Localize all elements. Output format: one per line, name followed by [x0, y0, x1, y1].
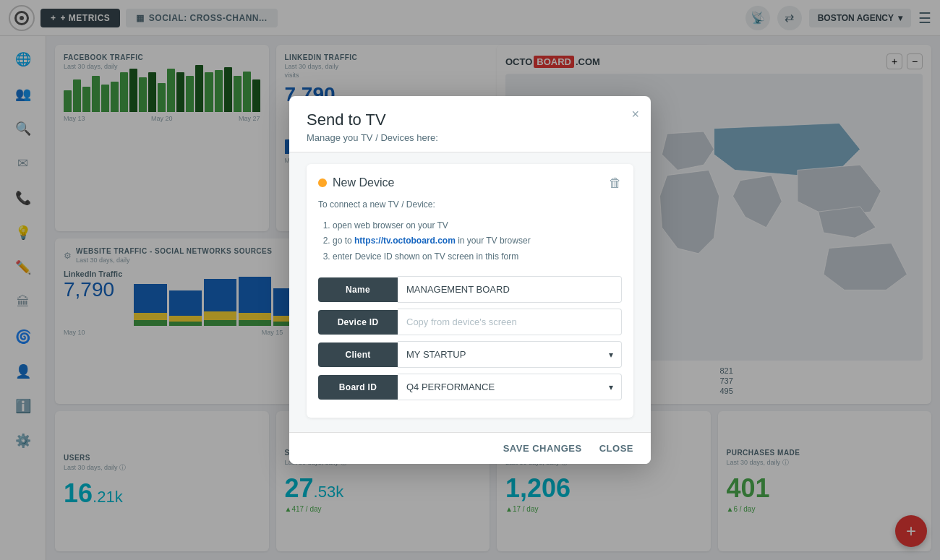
- board-id-select-wrapper: Q4 PERFORMANCE OPTION 2 OPTION 3 ▾: [398, 374, 622, 400]
- device-status-dot: [318, 178, 327, 187]
- modal-overlay: Send to TV Manage you TV / Devices here:…: [0, 0, 940, 560]
- modal-footer: SAVE CHANGES CLOSE: [289, 432, 651, 464]
- modal-close-btn[interactable]: ×: [631, 108, 639, 121]
- device-step-1: open web browser on your TV: [333, 218, 622, 234]
- device-id-input[interactable]: [398, 309, 622, 335]
- send-to-tv-modal: Send to TV Manage you TV / Devices here:…: [289, 96, 651, 465]
- name-input[interactable]: [398, 276, 622, 303]
- device-name: New Device: [333, 176, 394, 189]
- client-label: Client: [318, 343, 398, 367]
- device-steps: open web browser on your TV go to https:…: [318, 218, 622, 265]
- device-name-row: New Device: [318, 176, 394, 189]
- modal-title: Send to TV: [307, 111, 633, 129]
- client-select-wrapper: MY STARTUP OPTION 2 OPTION 3 ▾: [398, 341, 622, 368]
- dashboard: + + METRICS ▦ SOCIAL: CROSS-CHANN... 📡 ⇄…: [0, 0, 940, 560]
- close-button[interactable]: CLOSE: [599, 443, 633, 454]
- device-step-3: enter Device ID shown on TV screen in th…: [333, 249, 622, 265]
- device-id-form-row: Device ID: [318, 309, 622, 335]
- modal-subtitle: Manage you TV / Devices here:: [307, 132, 633, 143]
- board-id-select[interactable]: Q4 PERFORMANCE OPTION 2 OPTION 3: [398, 374, 622, 400]
- device-instructions: To connect a new TV / Device:: [318, 199, 622, 210]
- board-id-label: Board ID: [318, 375, 398, 400]
- client-select[interactable]: MY STARTUP OPTION 2 OPTION 3: [398, 341, 622, 368]
- device-card: New Device 🗑 To connect a new TV / Devic…: [307, 164, 633, 418]
- name-label: Name: [318, 277, 398, 302]
- modal-body: New Device 🗑 To connect a new TV / Devic…: [289, 152, 651, 433]
- device-step-2: go to https://tv.octoboard.com in your T…: [333, 233, 622, 249]
- modal-header: Send to TV Manage you TV / Devices here:…: [289, 96, 651, 152]
- client-form-row: Client MY STARTUP OPTION 2 OPTION 3 ▾: [318, 341, 622, 368]
- device-delete-btn[interactable]: 🗑: [609, 176, 622, 191]
- device-id-label: Device ID: [318, 310, 398, 335]
- board-id-form-row: Board ID Q4 PERFORMANCE OPTION 2 OPTION …: [318, 374, 622, 400]
- save-changes-button[interactable]: SAVE CHANGES: [503, 443, 582, 454]
- name-form-row: Name: [318, 276, 622, 303]
- device-header: New Device 🗑: [318, 176, 622, 191]
